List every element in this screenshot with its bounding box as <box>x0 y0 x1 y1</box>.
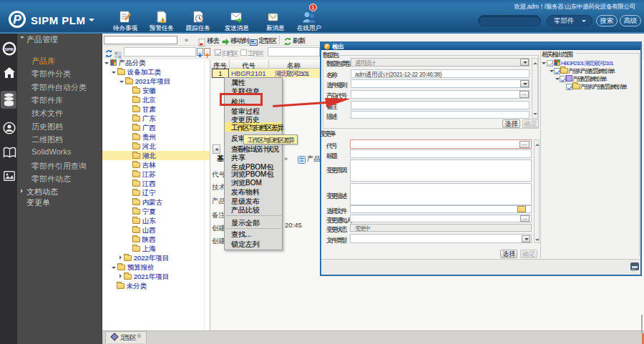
svg-text:SIPM: SIPM <box>5 47 14 51</box>
